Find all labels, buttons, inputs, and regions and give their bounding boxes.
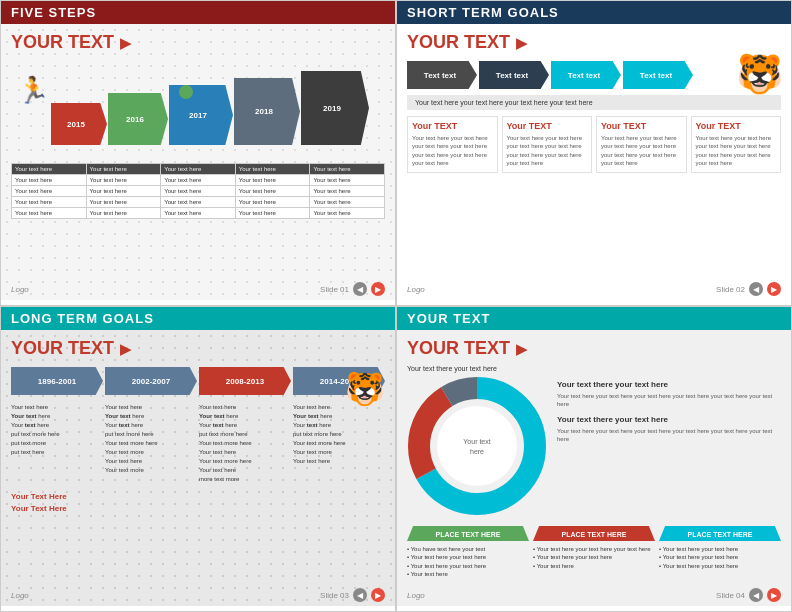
next-button[interactable]: ▶ <box>371 282 385 296</box>
panel3-title: YOUR TEXT ▶ <box>11 338 385 359</box>
col-header-5: Your text here <box>310 164 385 175</box>
table-row: Your text here Your text here Your text … <box>12 208 385 219</box>
panel1-footer: Logo Slide 01 ◀ ▶ <box>1 282 395 296</box>
next-button-2[interactable]: ▶ <box>767 282 781 296</box>
col-title-3: Your TEXT <box>601 121 682 131</box>
prev-button-4[interactable]: ◀ <box>749 588 763 602</box>
table-row: Your text here Your text here Your text … <box>12 197 385 208</box>
footer-pagination-2: Slide 02 ◀ ▶ <box>716 282 781 296</box>
footer-logo-4: Logo <box>407 591 425 600</box>
col-title-2: Your TEXT <box>507 121 588 131</box>
arrow-steps: Text text Text text Text text Text text <box>407 61 781 89</box>
panel3-your-text: YOUR TEXT <box>11 338 114 359</box>
panel1-title: YOUR TEXT ▶ <box>11 32 385 53</box>
donut-container: Your text here <box>407 376 547 520</box>
panel-your-text: YOUR TEXT YOUR TEXT ▶ Your text there yo… <box>396 306 792 612</box>
tl-text-row: Your text here Your text here Your text … <box>11 403 385 484</box>
pt-col-3: • Your text here your text here • Your t… <box>659 545 781 579</box>
table-row: Your text here Your text here Your text … <box>12 186 385 197</box>
page-label: Slide 01 <box>320 285 349 294</box>
footer-logo: Logo <box>11 285 29 294</box>
arr-step-3: Text text <box>551 61 621 89</box>
panel2-arrow: ▶ <box>516 35 527 51</box>
puzzle-row: PLACE TEXT HERE PLACE TEXT HERE PLACE TE… <box>407 526 781 541</box>
panel4-arrow: ▶ <box>516 341 527 357</box>
footer-pagination: Slide 01 ◀ ▶ <box>320 282 385 296</box>
main-grid: FIVE STEPS YOUR TEXT ▶ 🏃 2015 2016 2017 … <box>0 0 792 612</box>
dr-text-2: Your text here your text here your text … <box>557 427 781 444</box>
panel-five-steps: FIVE STEPS YOUR TEXT ▶ 🏃 2015 2016 2017 … <box>0 0 396 306</box>
panel-short-term: SHORT TERM GOALS 🐯 YOUR TEXT ▶ Text text… <box>396 0 792 306</box>
step-ball <box>179 85 193 99</box>
panel2-header: SHORT TERM GOALS <box>397 1 791 24</box>
page-label-4: Slide 04 <box>716 591 745 600</box>
step2: 2016 <box>108 93 168 145</box>
footer-logo-2: Logo <box>407 285 425 294</box>
col-card-2: Your TEXT Your text here your text here … <box>502 116 593 173</box>
col-text-4: Your text here your text here your text … <box>696 134 777 168</box>
col-header-4: Your text here <box>235 164 310 175</box>
tl-col-4: Your text here Your text here Your text … <box>293 403 385 484</box>
panel2-your-text: YOUR TEXT <box>407 32 510 53</box>
col-header-3: Your text here <box>161 164 236 175</box>
col-title-4: Your TEXT <box>696 121 777 131</box>
next-button-3[interactable]: ▶ <box>371 588 385 602</box>
tl-block-1: 1896-2001 <box>11 367 103 395</box>
panel4-title: YOUR TEXT ▶ <box>407 338 781 359</box>
col-title-1: Your TEXT <box>412 121 493 131</box>
col-card-4: Your TEXT Your text here your text here … <box>691 116 782 173</box>
puzzle-text-row: • You have text here your text • Your te… <box>407 545 781 579</box>
panel1-your-text: YOUR TEXT <box>11 32 114 53</box>
arr-step-4: Text text <box>623 61 693 89</box>
timeline-row: 1896-2001 2002-2007 2008-2013 2014-2019 <box>11 367 385 395</box>
prev-button[interactable]: ◀ <box>353 282 367 296</box>
steps-table: Your text here Your text here Your text … <box>11 163 385 219</box>
bottom-label-2: Your Text Here <box>11 504 385 513</box>
bottom-labels: Your Text Here Your Text Here <box>11 492 385 513</box>
table-row: Your text here Your text here Your text … <box>12 175 385 186</box>
col-text-2: Your text here your text here your text … <box>507 134 588 168</box>
panel4-your-text: YOUR TEXT <box>407 338 510 359</box>
next-button-4[interactable]: ▶ <box>767 588 781 602</box>
subtitle-bar: Your text here your text here your text … <box>407 95 781 110</box>
arr-step-1: Text text <box>407 61 477 89</box>
panel2-footer: Logo Slide 02 ◀ ▶ <box>397 282 791 296</box>
pt-col-2: • Your text here your text here your tex… <box>533 545 655 579</box>
bottom-label-1: Your Text Here <box>11 492 385 501</box>
tl-block-3: 2008-2013 <box>199 367 291 395</box>
col-header-2: Your text here <box>86 164 161 175</box>
step1: 2015 <box>51 103 107 145</box>
panel3-header: LONG TERM GOALS <box>1 307 395 330</box>
four-cols: Your TEXT Your text here your text here … <box>407 116 781 173</box>
donut-svg: Your text here <box>407 376 547 516</box>
tiger-image: 🐯 <box>736 52 783 96</box>
svg-point-4 <box>437 406 517 486</box>
tl-col-1: Your text here Your text here Your text … <box>11 403 103 484</box>
svg-text:Your text: Your text <box>463 438 490 445</box>
col-card-1: Your TEXT Your text here your text here … <box>407 116 498 173</box>
panel4-subtitle: Your text there your text here <box>407 365 781 372</box>
panel2-title: YOUR TEXT ▶ <box>407 32 781 53</box>
col-text-3: Your text here your text here your text … <box>601 134 682 168</box>
tl-block-2: 2002-2007 <box>105 367 197 395</box>
footer-pagination-4: Slide 04 ◀ ▶ <box>716 588 781 602</box>
steps-arrows: 2015 2016 2017 2018 2019 <box>51 71 369 145</box>
puzzle-piece-3: PLACE TEXT HERE <box>659 526 781 541</box>
step5: 2019 <box>301 71 369 145</box>
prev-button-3[interactable]: ◀ <box>353 588 367 602</box>
prev-button-2[interactable]: ◀ <box>749 282 763 296</box>
tiger-image-p3: 🐯 <box>345 370 385 408</box>
col-card-3: Your TEXT Your text here your text here … <box>596 116 687 173</box>
tl-col-3: Your text here Your text here Your text … <box>199 403 291 484</box>
page-label-3: Slide 03 <box>320 591 349 600</box>
panel3-footer: Logo Slide 03 ◀ ▶ <box>1 588 395 602</box>
page-label-2: Slide 02 <box>716 285 745 294</box>
svg-text:here: here <box>470 448 484 455</box>
panel3-arrow: ▶ <box>120 341 131 357</box>
tl-col-2: Your text here Your text here Your text … <box>105 403 197 484</box>
puzzle-piece-1: PLACE TEXT HERE <box>407 526 529 541</box>
donut-area: Your text here Your text there your text… <box>407 376 781 520</box>
donut-right-text: Your text there your text here Your text… <box>557 376 781 450</box>
puzzle-piece-2: PLACE TEXT HERE <box>533 526 655 541</box>
panel4-header: YOUR TEXT <box>397 307 791 330</box>
